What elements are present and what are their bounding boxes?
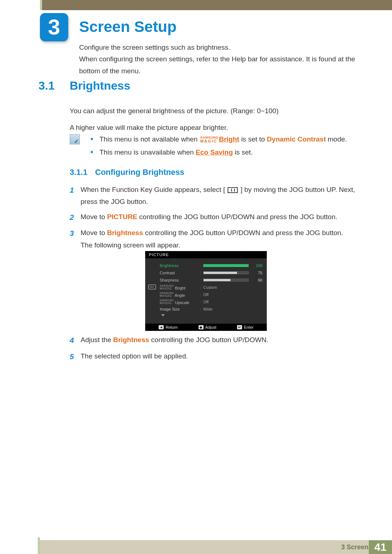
intro-line-1: Configure the screen settings such as br… — [79, 42, 356, 53]
picture-term: PICTURE — [107, 213, 137, 221]
osd-bar-fill — [204, 279, 230, 281]
osd-value: Custom — [203, 285, 262, 290]
osd-bar — [203, 264, 249, 267]
step-1-a: When the Function Key Guide appears, sel… — [81, 186, 223, 193]
osd-label: Contrast — [160, 271, 200, 275]
step-4-number: 4 — [70, 334, 81, 347]
step-2-b: controlling the JOG button UP/DOWN and p… — [139, 213, 338, 221]
osd-enter-label: Enter — [244, 325, 253, 329]
osd-label: Sharpness — [160, 278, 200, 282]
osd-return-label: Return — [166, 325, 177, 329]
osd-magic-logo: SAMSUNGMAGIC — [160, 292, 174, 297]
page-number: 41 — [369, 540, 392, 554]
step-3: 3 Move to Brightness controlling the JOG… — [70, 227, 356, 251]
osd-colon: : — [200, 278, 203, 282]
step-5-number: 5 — [70, 350, 81, 364]
osd-row-brightness: Brightness : 100 — [160, 262, 262, 269]
body-p2: A higher value will make the picture app… — [70, 122, 356, 134]
osd-row-magic-upscale: SAMSUNGMAGIC Upscale : Off — [160, 298, 262, 305]
step-5: 5 The selected option will be applied. — [70, 350, 356, 364]
adjust-key-icon: ◆ — [199, 325, 204, 329]
step-4: 4 Adjust the Brightness controlling the … — [70, 334, 356, 347]
page-footer: 3 Screen Setup 41 — [0, 537, 392, 554]
body-p1: You can adjust the general brightness of… — [70, 105, 356, 117]
step-1: 1 When the Function Key Guide appears, s… — [70, 184, 356, 208]
osd-colon: : — [200, 285, 203, 290]
osd-row-contrast: Contrast : 75 — [160, 269, 262, 276]
osd-colon: : — [200, 292, 203, 297]
osd-label: SAMSUNGMAGIC Upscale — [160, 299, 200, 305]
step-4-b: controlling the JOG button UP/DOWN. — [151, 336, 268, 344]
intro-line-2: When configuring the screen settings, re… — [79, 53, 356, 77]
subsection-number: 3.1.1 — [70, 168, 87, 177]
osd-value: Off — [203, 300, 262, 304]
dynamic-contrast-term: Dynamic Contrast — [267, 135, 326, 143]
step-5-body: The selected option will be applied. — [81, 350, 356, 364]
osd-row-magic-angle: SAMSUNGMAGIC Angle : Off — [160, 291, 262, 298]
top-left-edge — [0, 0, 40, 10]
note-item-1: This menu is not available when SAMSUNG … — [91, 134, 356, 145]
step-1-body: When the Function Key Guide appears, sel… — [81, 184, 356, 208]
osd-num: 100 — [251, 263, 262, 268]
note-item-2: This menu is unavailable when Eco Saving… — [91, 147, 356, 158]
osd-value: 100 — [203, 263, 262, 268]
osd-colon: : — [200, 271, 203, 275]
osd-label: SAMSUNGMAGIC Bright — [160, 284, 200, 290]
osd-side-icon — [148, 284, 156, 290]
bullet-icon — [91, 151, 93, 153]
note-2-post: is set. — [235, 148, 253, 156]
chapter-number-badge: 3 — [40, 13, 68, 41]
page-top-band — [0, 0, 392, 10]
eco-saving-link[interactable]: Eco Saving — [196, 148, 233, 156]
osd-return: ◄Return — [159, 325, 178, 329]
osd-bar — [203, 271, 249, 274]
section-title: Brightness — [70, 79, 130, 93]
osd-scroll-down-icon — [161, 314, 165, 316]
osd-footer: ◄Return ◆Adjust ↵Enter — [145, 324, 267, 331]
step-3-body: Move to Brightness controlling the JOG b… — [81, 227, 356, 251]
subsection-title: Configuring Brightness — [95, 168, 184, 177]
osd-bar-fill — [204, 272, 237, 274]
enter-key-icon: ↵ — [237, 325, 242, 329]
osd-num: 60 — [251, 278, 262, 282]
step-2: 2 Move to PICTURE controlling the JOG bu… — [70, 211, 356, 224]
osd-row-magic-bright: SAMSUNGMAGIC Bright : Custom — [160, 284, 262, 291]
osd-magic-suffix: Upscale — [175, 300, 189, 305]
osd-bar-fill — [204, 264, 248, 267]
osd-row-sharpness: Sharpness : 60 — [160, 276, 262, 284]
osd-adjust-label: Adjust — [205, 325, 217, 329]
osd-value: Wide — [203, 307, 262, 311]
osd-value: 75 — [203, 271, 262, 275]
note-icon — [70, 134, 80, 144]
osd-magic-logo: SAMSUNGMAGIC — [160, 284, 174, 290]
osd-adjust: ◆Adjust — [199, 325, 217, 329]
osd-screenshot: PICTURE Brightness : 100 Contrast : 75 S… — [145, 251, 267, 331]
osd-label: Image Size — [160, 307, 200, 311]
note-2-pre: This menu is unavailable when — [99, 148, 196, 156]
osd-label: SAMSUNGMAGIC Angle — [160, 292, 200, 297]
note-1-pre: This menu is not available when — [99, 135, 200, 143]
section-number: 3.1 — [38, 79, 54, 93]
magic-text: MAGIC — [200, 139, 219, 143]
step-1-number: 1 — [70, 184, 81, 208]
note-list: This menu is not available when SAMSUNG … — [91, 134, 356, 160]
steps-list-bottom: 4 Adjust the Brightness controlling the … — [70, 334, 356, 366]
osd-label: Brightness — [160, 263, 200, 268]
osd-colon: : — [200, 263, 203, 268]
magic-bright-link[interactable]: Bright — [219, 135, 239, 143]
osd-rows: Brightness : 100 Contrast : 75 Sharpness… — [145, 258, 267, 319]
step-2-a: Move to — [81, 213, 107, 221]
osd-bar — [203, 279, 249, 282]
osd-magic-suffix: Angle — [175, 293, 185, 297]
osd-value: 60 — [203, 278, 262, 282]
note-2-text: This menu is unavailable when Eco Saving… — [99, 147, 253, 158]
step-3-a: Move to — [81, 229, 107, 237]
note-1-text: This menu is not available when SAMSUNG … — [99, 134, 347, 145]
step-4-body: Adjust the Brightness controlling the JO… — [81, 334, 356, 347]
osd-colon: : — [200, 307, 203, 311]
osd-magic-logo: SAMSUNGMAGIC — [160, 299, 174, 305]
osd-value: Off — [203, 292, 262, 297]
step-2-number: 2 — [70, 211, 81, 224]
brightness-term: Brightness — [113, 336, 149, 344]
chapter-intro: Configure the screen settings such as br… — [79, 42, 356, 77]
